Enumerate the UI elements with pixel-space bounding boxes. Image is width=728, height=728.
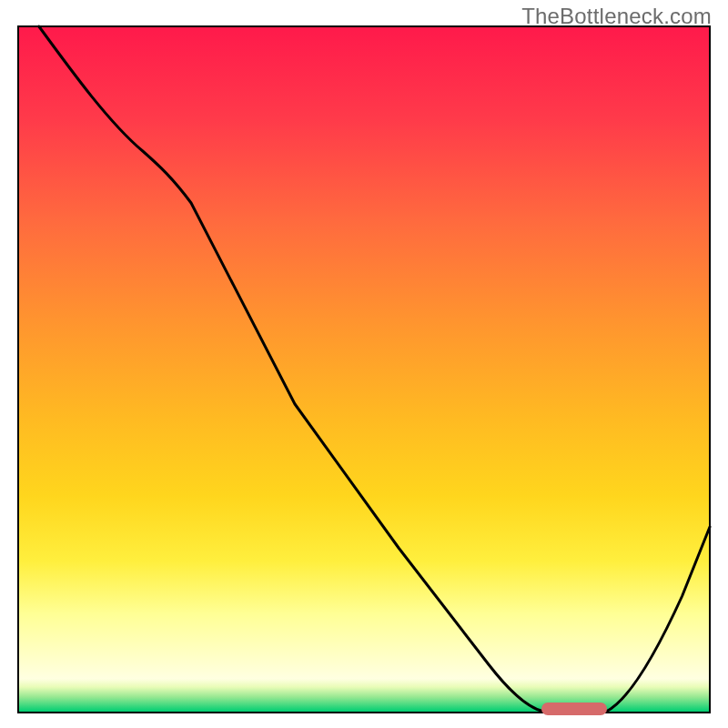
- chart-container: TheBottleneck.com: [0, 0, 728, 728]
- bottleneck-chart: [0, 0, 728, 728]
- plot-area: [18, 26, 710, 713]
- optimal-marker: [541, 703, 607, 715]
- watermark-text: TheBottleneck.com: [521, 4, 712, 29]
- gradient-main: [19, 27, 709, 679]
